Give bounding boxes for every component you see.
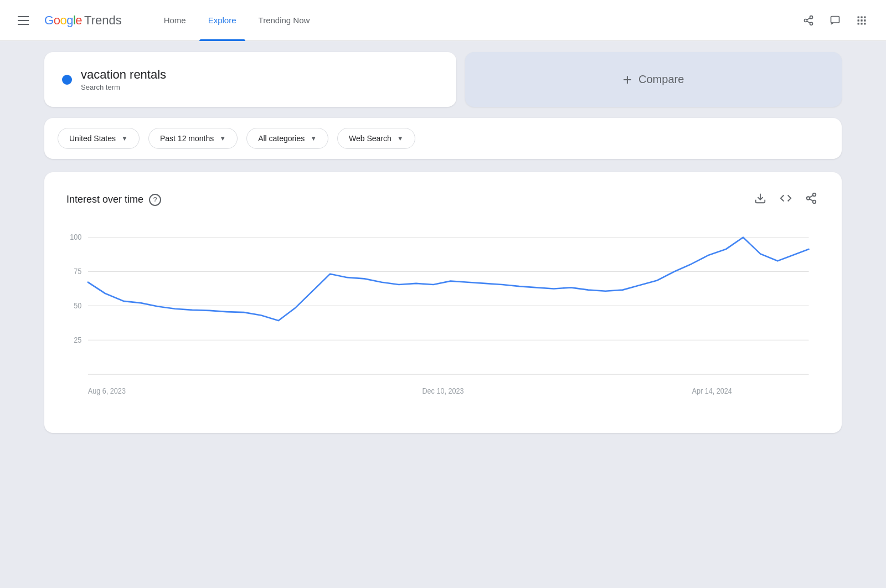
search-term-card: vacation rentals Search term bbox=[44, 52, 456, 107]
svg-rect-14 bbox=[858, 23, 859, 24]
chart-title-group: Interest over time ? bbox=[66, 194, 161, 206]
svg-text:50: 50 bbox=[74, 301, 81, 310]
search-dot-indicator bbox=[62, 75, 72, 85]
google-logo-text: Google bbox=[44, 13, 82, 28]
hamburger-menu-button[interactable] bbox=[13, 12, 33, 29]
search-type-filter[interactable]: Web Search ▼ bbox=[337, 128, 415, 149]
svg-rect-12 bbox=[861, 19, 862, 21]
compare-card[interactable]: + Compare bbox=[465, 52, 842, 107]
search-compare-row: vacation rentals Search term + Compare bbox=[44, 52, 842, 107]
chart-header: Interest over time ? bbox=[66, 190, 820, 209]
time-filter-label: Past 12 months bbox=[160, 134, 214, 143]
trends-logo-text: Trends bbox=[84, 13, 122, 28]
download-chart-button[interactable] bbox=[752, 190, 769, 209]
filter-row: United States ▼ Past 12 months ▼ All cat… bbox=[44, 118, 842, 159]
header: Google Trends Home Explore Trending Now bbox=[0, 0, 886, 41]
search-text-group: vacation rentals Search term bbox=[81, 68, 166, 91]
chart-area: 100 75 50 25 Aug 6, 2023 Dec 10, 2023 Ap… bbox=[66, 231, 820, 411]
apps-button[interactable] bbox=[851, 9, 873, 32]
main-content: vacation rentals Search term + Compare U… bbox=[0, 41, 886, 444]
svg-text:Aug 6, 2023: Aug 6, 2023 bbox=[88, 387, 126, 396]
chart-card: Interest over time ? bbox=[44, 172, 842, 433]
header-left: Google Trends Home Explore Trending Now bbox=[13, 0, 318, 41]
share-button[interactable] bbox=[797, 9, 820, 32]
embed-chart-button[interactable] bbox=[777, 190, 794, 209]
svg-text:100: 100 bbox=[70, 233, 81, 241]
svg-rect-11 bbox=[858, 19, 859, 21]
logo: Google Trends bbox=[44, 13, 122, 28]
svg-line-3 bbox=[807, 21, 810, 23]
svg-line-4 bbox=[807, 18, 810, 19]
svg-point-20 bbox=[813, 200, 816, 204]
svg-line-22 bbox=[810, 195, 813, 198]
svg-text:25: 25 bbox=[74, 336, 81, 344]
compare-plus-icon: + bbox=[623, 71, 632, 89]
svg-point-0 bbox=[810, 16, 813, 18]
header-right bbox=[797, 9, 873, 32]
time-filter[interactable]: Past 12 months ▼ bbox=[148, 128, 238, 149]
search-type-filter-arrow: ▼ bbox=[397, 135, 404, 142]
search-type-text: Search term bbox=[81, 83, 166, 91]
svg-text:Apr 14, 2024: Apr 14, 2024 bbox=[692, 387, 732, 396]
svg-rect-5 bbox=[831, 16, 839, 23]
svg-rect-13 bbox=[864, 19, 866, 21]
svg-point-2 bbox=[810, 22, 813, 25]
nav-explore[interactable]: Explore bbox=[199, 0, 245, 41]
svg-point-19 bbox=[807, 197, 810, 200]
svg-line-21 bbox=[810, 199, 813, 201]
svg-rect-8 bbox=[858, 16, 859, 18]
region-filter-label: United States bbox=[69, 134, 116, 143]
main-nav: Home Explore Trending Now bbox=[155, 0, 319, 41]
category-filter-label: All categories bbox=[258, 134, 305, 143]
svg-rect-15 bbox=[861, 23, 862, 24]
region-filter[interactable]: United States ▼ bbox=[58, 128, 140, 149]
feedback-button[interactable] bbox=[824, 9, 846, 32]
svg-point-18 bbox=[813, 193, 816, 197]
svg-text:75: 75 bbox=[74, 267, 81, 276]
help-button[interactable]: ? bbox=[149, 194, 161, 206]
nav-home[interactable]: Home bbox=[155, 0, 195, 41]
region-filter-arrow: ▼ bbox=[121, 135, 128, 142]
svg-rect-10 bbox=[864, 16, 866, 18]
nav-trending-now[interactable]: Trending Now bbox=[250, 0, 319, 41]
chart-title: Interest over time bbox=[66, 194, 143, 205]
search-term-text: vacation rentals bbox=[81, 68, 166, 82]
time-filter-arrow: ▼ bbox=[219, 135, 226, 142]
svg-point-1 bbox=[805, 19, 807, 22]
share-chart-button[interactable] bbox=[803, 190, 820, 209]
interest-chart: 100 75 50 25 Aug 6, 2023 Dec 10, 2023 Ap… bbox=[66, 231, 820, 409]
search-type-filter-label: Web Search bbox=[349, 134, 392, 143]
svg-rect-16 bbox=[864, 23, 866, 24]
svg-rect-9 bbox=[861, 16, 862, 18]
category-filter-arrow: ▼ bbox=[310, 135, 317, 142]
svg-text:Dec 10, 2023: Dec 10, 2023 bbox=[422, 387, 463, 396]
compare-label-text: Compare bbox=[638, 73, 684, 86]
chart-actions bbox=[752, 190, 820, 209]
category-filter[interactable]: All categories ▼ bbox=[246, 128, 328, 149]
